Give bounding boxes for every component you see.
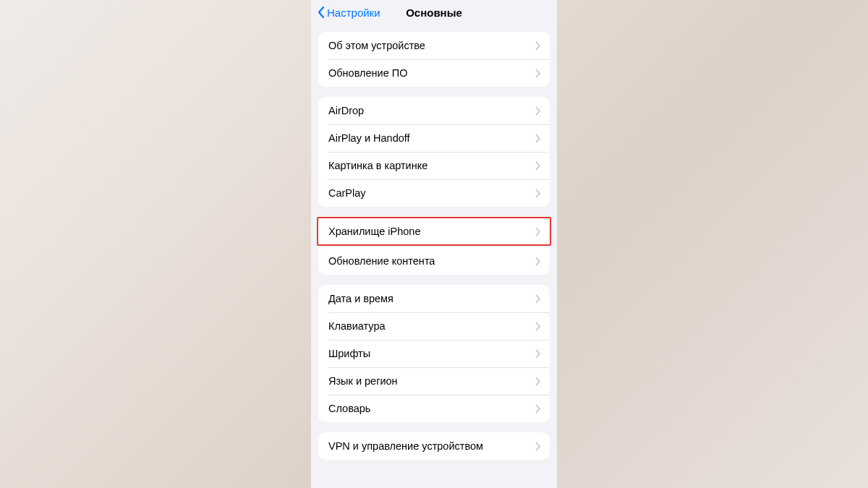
- row-carplay[interactable]: CarPlay: [318, 179, 550, 207]
- settings-group-about: Об этом устройстве Обновление ПО: [318, 32, 550, 87]
- row-label: Клавиатура: [328, 320, 386, 332]
- page-title: Основные: [406, 7, 462, 19]
- row-label: VPN и управление устройством: [328, 440, 483, 452]
- row-airplay-handoff[interactable]: AirPlay и Handoff: [318, 124, 550, 152]
- row-label: Картинка в картинке: [328, 160, 427, 171]
- row-keyboard[interactable]: Клавиатура: [318, 312, 550, 340]
- row-label: Обновление ПО: [328, 67, 407, 79]
- back-label: Настройки: [327, 7, 380, 19]
- back-button[interactable]: Настройки: [317, 6, 380, 19]
- row-label: Об этом устройстве: [328, 40, 425, 51]
- chevron-right-icon: [535, 404, 541, 414]
- row-label: CarPlay: [328, 187, 366, 199]
- chevron-right-icon: [535, 377, 541, 386]
- row-airdrop[interactable]: AirDrop: [318, 97, 550, 124]
- chevron-right-icon: [535, 69, 541, 78]
- row-label: Язык и регион: [328, 375, 398, 387]
- chevron-right-icon: [535, 134, 541, 143]
- chevron-right-icon: [535, 161, 541, 171]
- row-language-region[interactable]: Язык и регион: [318, 367, 550, 395]
- settings-group-vpn: VPN и управление устройством: [318, 432, 550, 460]
- settings-content: Об этом устройстве Обновление ПО AirDrop: [311, 32, 557, 460]
- chevron-right-icon: [535, 257, 541, 266]
- highlighted-row-iphone-storage: Хранилище iPhone: [317, 217, 551, 246]
- row-about-device[interactable]: Об этом устройстве: [318, 32, 550, 59]
- navigation-bar: Настройки Основные: [311, 0, 557, 25]
- row-fonts[interactable]: Шрифты: [318, 340, 550, 367]
- chevron-right-icon: [535, 227, 541, 236]
- row-date-time[interactable]: Дата и время: [318, 285, 550, 312]
- row-software-update[interactable]: Обновление ПО: [318, 59, 550, 87]
- chevron-right-icon: [535, 322, 541, 331]
- chevron-left-icon: [317, 6, 326, 19]
- chevron-right-icon: [535, 106, 541, 116]
- chevron-right-icon: [535, 349, 541, 359]
- chevron-right-icon: [535, 442, 541, 451]
- row-label: Шрифты: [328, 348, 370, 359]
- row-background-app-refresh[interactable]: Обновление контента: [318, 247, 550, 275]
- row-label: Обновление контента: [328, 255, 435, 267]
- row-vpn-device-management[interactable]: VPN и управление устройством: [318, 432, 550, 460]
- row-picture-in-picture[interactable]: Картинка в картинке: [318, 152, 550, 179]
- row-label: AirPlay и Handoff: [328, 132, 410, 144]
- settings-general-screen: Настройки Основные Об этом устройстве Об…: [311, 0, 557, 488]
- row-label: Дата и время: [328, 293, 393, 304]
- row-dictionary[interactable]: Словарь: [318, 395, 550, 422]
- chevron-right-icon: [535, 294, 541, 304]
- row-label: Хранилище iPhone: [328, 226, 420, 237]
- settings-group-connectivity: AirDrop AirPlay и Handoff Картинка в кар…: [318, 97, 550, 207]
- row-iphone-storage[interactable]: Хранилище iPhone: [318, 218, 550, 244]
- chevron-right-icon: [535, 41, 541, 51]
- settings-group-storage: Обновление контента: [318, 247, 550, 275]
- row-label: AirDrop: [328, 105, 364, 116]
- settings-group-system: Дата и время Клавиатура Шрифты Язык и ре…: [318, 285, 550, 422]
- chevron-right-icon: [535, 189, 541, 198]
- row-label: Словарь: [328, 403, 370, 414]
